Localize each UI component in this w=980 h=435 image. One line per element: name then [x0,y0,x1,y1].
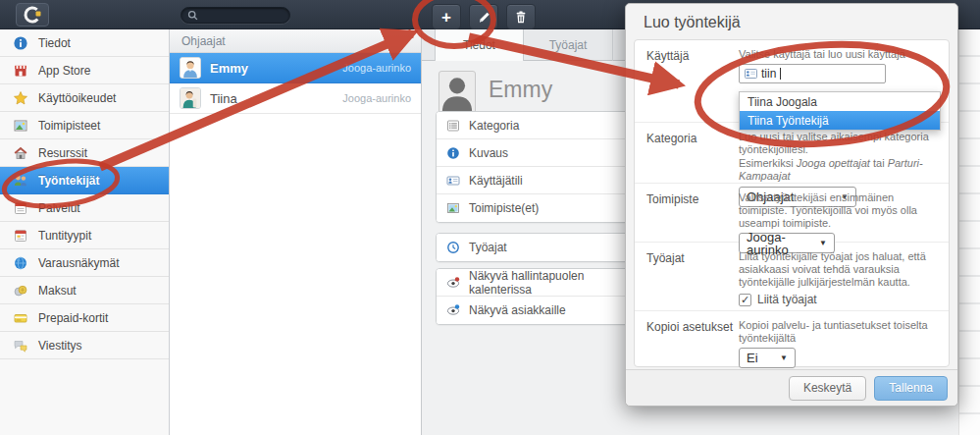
detail-card-info: Kategoria Kuvaus Käyttäjätili Toimipiste… [436,111,632,223]
info-icon [13,35,28,51]
select-value: Ei [747,352,758,364]
list-item-tiina[interactable]: Tiina Jooga-aurinko [170,83,421,114]
sidebar-item-label: Varausnäkymät [38,256,119,270]
employee-location: Jooga-aurinko [342,62,411,74]
field-label: Työajat [646,250,739,310]
sidebar-item-kayttooikeudet[interactable]: Käyttöoikeudet [0,84,169,112]
sidebar-item-varausnakymat[interactable]: Varausnäkymät [0,249,169,277]
field-label: Kopioi asetukset [646,319,739,362]
pencil-icon [477,10,491,25]
sidebar-item-palvelut[interactable]: Palvelut [0,194,169,222]
detail-row-label: Näkyvä asiakkaille [469,303,566,317]
list-icon [446,119,460,133]
list-group-header: Ohjaajat [170,29,421,53]
option-tiina-joogala[interactable]: Tiina Joogala [740,92,940,111]
field-label: Kategoria [646,131,739,183]
detail-row-kuvaus[interactable]: Kuvaus [437,139,631,167]
field-label: Käyttäjä [646,48,739,122]
calendar-clock-icon [13,228,28,244]
form-row-toimipiste: Toimipiste Valitse työntekijäsi ensimmäi… [635,184,949,243]
copy-settings-select[interactable]: Ei ▼ [739,348,796,368]
card-icon [13,310,28,326]
sidebar-item-label: Työntekijät [38,174,99,188]
id-card-icon [745,69,757,79]
clock-icon [446,241,460,254]
field-example: Esimerkiksi Jooga opettajat tai Parturi-… [739,157,937,183]
home-icon [13,145,28,161]
detail-row-visible-admin[interactable]: Näkyvä hallintapuolen kalenterissa [437,269,631,297]
id-card-icon [446,174,460,188]
edit-button[interactable] [469,4,498,29]
info-icon [446,146,460,160]
detail-row-tyoajat[interactable]: Työajat [437,234,631,261]
search-icon [187,10,198,21]
sidebar-item-tiedot[interactable]: Tiedot [0,29,169,57]
eye-red-icon [446,276,460,290]
trash-icon [514,10,528,25]
form-row-kayttaja: Käyttäjä Valitse käyttäjä tai luo uusi k… [635,40,949,123]
sidebar-item-tyontekijat[interactable]: Työntekijät [0,167,169,194]
example-connector: tai [870,157,888,169]
sidebar-item-app-store[interactable]: App Store [0,57,169,84]
form-row-kategoria: Kategoria Luo uusi tai valitse aikaisemp… [635,123,949,184]
option-label: Tiina Joogala [748,95,817,109]
avatar [180,87,201,109]
save-button[interactable]: Tallenna [874,376,948,401]
group-header-label: Ohjaajat [181,34,226,48]
sidebar-item-prepaid-kortit[interactable]: Prepaid-kortit [0,304,169,332]
option-tiina-tyontekija[interactable]: Tiina Työntekijä [740,111,940,130]
detail-row-label: Kategoria [469,119,519,133]
eye-blue-icon [446,303,460,317]
sidebar-item-tuntityypit[interactable]: Tuntityypit [0,222,169,249]
sidebar-item-label: Palvelut [38,201,80,215]
sidebar-item-label: Maksut [38,284,77,298]
field-description: Kopioi palvelu- ja tuntiasetukset toisel… [739,319,937,345]
checkmark-icon: ✓ [741,295,749,305]
sidebar-item-resurssit[interactable]: Resurssit [0,139,169,167]
cancel-button[interactable]: Keskeytä [789,376,866,401]
sidebar-item-label: Viestitys [38,339,81,353]
star-icon [13,90,28,106]
globe-icon [13,255,28,271]
employee-name: Tiina [210,91,334,106]
create-employee-dialog: Luo työntekijä Käyttäjä Valitse käyttäjä… [625,3,958,407]
detail-employee-name: Emmy [489,77,552,103]
example-italic: Jooga opettajat [797,157,870,169]
field-description: Luo uusi tai valitse aikaisempi kategori… [739,131,937,156]
dialog-form-card: Käyttäjä Valitse käyttäjä tai luo uusi k… [634,39,950,367]
detail-row-kayttajatili[interactable]: Käyttäjätili [437,167,631,194]
app-logo[interactable] [16,3,49,27]
field-label: Toimipiste [646,191,739,242]
calendar-icon [13,200,28,216]
sidebar-item-label: Käyttöoikeudet [38,91,116,105]
detail-row-label: Kuvaus [469,146,508,160]
plus-icon: + [441,9,451,26]
attach-hours-checkbox[interactable]: ✓ [739,294,751,306]
detail-row-visible-customers[interactable]: Näkyvä asiakkaille [437,297,631,324]
add-button[interactable]: + [432,4,461,29]
sidebar-item-label: Prepaid-kortit [38,311,108,325]
user-search-input[interactable]: tiin [739,64,886,83]
user-suggestions-dropdown: Tiina Joogala Tiina Työntekijä [739,91,941,131]
save-label: Tallenna [889,381,933,395]
employee-name: Emmy [210,61,334,76]
checkbox-label: Liitä työajat [757,294,817,306]
sidebar-item-viestitys[interactable]: Viestitys [0,332,169,359]
sidebar-item-label: Toimipisteet [38,119,100,133]
tab-tiedot[interactable]: Tiedot [435,29,524,61]
list-item-emmy[interactable]: Emmy Jooga-aurinko [170,53,421,83]
search-input[interactable] [181,7,290,24]
dialog-footer: Keskeytä Tallenna [626,369,957,406]
delete-button[interactable] [506,4,536,29]
sidebar-item-toimipisteet[interactable]: Toimipisteet [0,112,169,139]
detail-row-label: Työajat [469,241,507,254]
background-list-strip [958,29,980,435]
detail-row-kategoria[interactable]: Kategoria [437,112,631,139]
form-row-tyoajat: Työajat Liitä työntekijälle työajat jos … [635,243,949,311]
sidebar-item-maksut[interactable]: Maksut [0,277,169,304]
store-icon [13,63,28,79]
cancel-label: Keskeytä [803,381,851,395]
input-value: tiin [761,68,776,81]
tab-tyoajat[interactable]: Työajat [524,29,613,61]
detail-row-toimipisteet[interactable]: Toimipiste(et) [437,194,631,222]
